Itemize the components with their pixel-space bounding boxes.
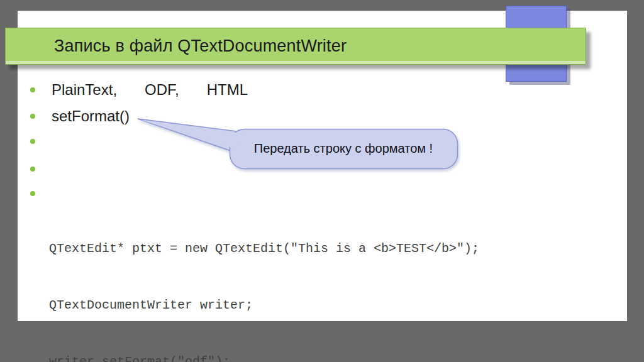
- bullet-part-html: HTML: [207, 81, 248, 99]
- code-block: QTextEdit* ptxt = new QTextEdit("This is…: [49, 202, 479, 362]
- title-banner: Запись в файл QTextDocumentWriter: [5, 28, 586, 65]
- bullet-item-empty-2: [18, 160, 52, 178]
- bullet-text: PlainText, ODF, HTML: [52, 81, 248, 99]
- bullet-icon: [30, 87, 35, 92]
- code-line: writer.setFormat("odf");: [49, 353, 479, 362]
- bullet-item-empty-1: [18, 132, 52, 151]
- callout-text: Передать строку с форматом !: [230, 129, 457, 168]
- bullet-icon: [30, 114, 35, 119]
- page-title: Запись в файл QTextDocumentWriter: [6, 36, 347, 56]
- bullet-part-setformat: setFormat(): [52, 107, 130, 125]
- bullet-item-formats: PlainText, ODF, HTML: [18, 80, 248, 99]
- bullet-icon: [30, 167, 35, 172]
- bullet-part-plaintext: PlainText,: [52, 81, 117, 99]
- bullet-icon: [30, 191, 35, 196]
- code-line: QTextDocumentWriter writer;: [49, 296, 479, 315]
- presentation-stage: PlainText, ODF, HTML setFormat() Переда: [0, 0, 644, 362]
- bullet-part-odf: ODF,: [145, 81, 179, 99]
- bullet-icon: [30, 139, 35, 144]
- bullet-item-setformat: setFormat(): [18, 107, 130, 126]
- bullet-text: setFormat(): [52, 107, 130, 125]
- code-line: QTextEdit* ptxt = new QTextEdit("This is…: [49, 239, 479, 258]
- bullet-item-empty-3: [18, 184, 52, 203]
